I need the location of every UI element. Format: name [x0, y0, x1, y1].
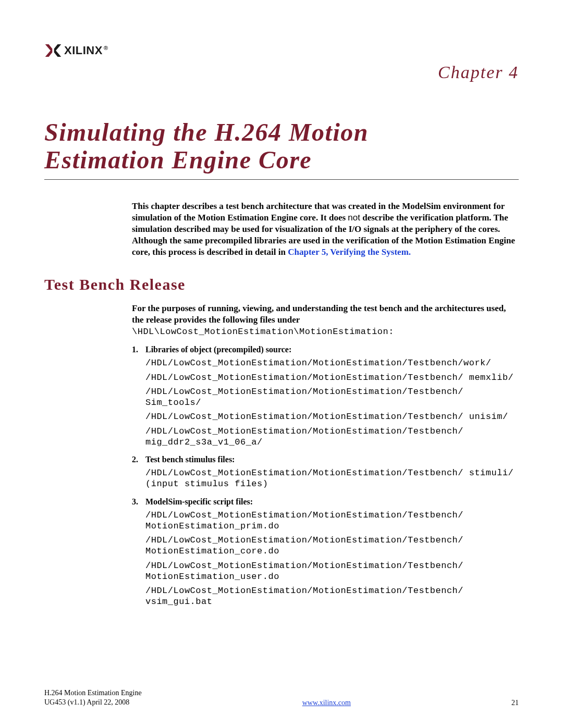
- list-item-3-title: 3.ModelSim-specific script files:: [132, 497, 519, 507]
- chapter-label: Chapter 4: [438, 63, 519, 82]
- title-line-2: Estimation Engine Core: [44, 146, 312, 174]
- page-content: XILINX® Chapter 4 Simulating the H.264 M…: [0, 0, 563, 608]
- path: /HDL/LowCost_MotionEstimation/MotionEsti…: [145, 585, 519, 608]
- page-footer: H.264 Motion Estimation Engine UG453 (v1…: [44, 688, 519, 707]
- path: /HDL/LowCost_MotionEstimation/MotionEsti…: [145, 372, 519, 383]
- list-item-1-title: 1.Libraries of object (precompiled) sour…: [132, 345, 519, 354]
- xilinx-logo-icon: [44, 42, 62, 59]
- path: /HDL/LowCost_MotionEstimation/MotionEsti…: [145, 411, 519, 422]
- footer-doc-info: H.264 Motion Estimation Engine UG453 (v1…: [44, 688, 142, 707]
- path: /HDL/LowCost_MotionEstimation/MotionEsti…: [145, 467, 519, 490]
- path: /HDL/LowCost_MotionEstimation/MotionEsti…: [145, 535, 519, 557]
- title-rule: [44, 179, 519, 180]
- base-path: \HDL\LowCost_MotionEstimation\MotionEsti…: [132, 327, 394, 337]
- path: /HDL/LowCost_MotionEstimation/MotionEsti…: [145, 560, 519, 583]
- footer-doc-title: H.264 Motion Estimation Engine: [44, 688, 142, 698]
- path: /HDL/LowCost_MotionEstimation/MotionEsti…: [145, 386, 519, 409]
- page-header: XILINX® Chapter 4: [44, 42, 519, 82]
- footer-page-number: 21: [511, 699, 519, 707]
- cross-reference-link[interactable]: Chapter 5, Verifying the System.: [288, 247, 411, 257]
- intro-paragraph: This chapter describes a test bench arch…: [132, 201, 519, 258]
- section-intro: For the purposes of running, viewing, an…: [132, 303, 519, 338]
- file-list: 1.Libraries of object (precompiled) sour…: [132, 345, 519, 607]
- logo-text: XILINX®: [64, 44, 108, 57]
- footer-doc-id: UG453 (v1.1) April 22, 2008: [44, 698, 142, 707]
- footer-url-link[interactable]: www.xilinx.com: [302, 699, 351, 707]
- section-heading-test-bench-release: Test Bench Release: [44, 276, 519, 293]
- document-title: Simulating the H.264 Motion Estimation E…: [44, 119, 519, 174]
- path: /HDL/LowCost_MotionEstimation/MotionEsti…: [145, 357, 519, 368]
- title-line-1: Simulating the H.264 Motion: [44, 118, 369, 146]
- path: /HDL/LowCost_MotionEstimation/MotionEsti…: [145, 426, 519, 448]
- list-item-2-title: 2.Test bench stimulus files:: [132, 455, 519, 464]
- xilinx-logo: XILINX®: [44, 42, 108, 59]
- path: /HDL/LowCost_MotionEstimation/MotionEsti…: [145, 510, 519, 532]
